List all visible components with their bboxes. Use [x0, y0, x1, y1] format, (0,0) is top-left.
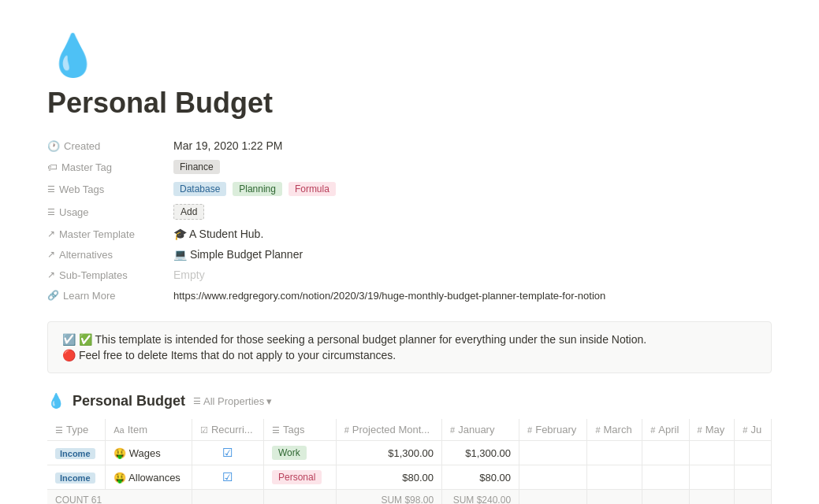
type-badge-income-2: Income [55, 472, 95, 484]
footer-apr [642, 490, 689, 504]
table-row[interactable]: Income 🤑 Allowances ☑ Personal $80.00 $8… [47, 465, 772, 490]
work-tag-1[interactable]: Work [272, 446, 307, 460]
created-label: Created [64, 140, 100, 152]
arrow-icon-master-template: ↗ [47, 228, 55, 239]
prop-label-sub-templates: ↗ Sub-Templates [47, 269, 173, 281]
hash-col-icon-jan: # [450, 425, 455, 435]
hash-col-icon-feb: # [527, 425, 532, 435]
all-properties-button[interactable]: ☰ All Properties ▾ [193, 395, 272, 407]
alternatives-value[interactable]: 💻 Simple Budget Planner [173, 248, 303, 261]
col-january: #January [442, 419, 519, 441]
formula-tag[interactable]: Formula [289, 182, 336, 196]
learn-more-label: Learn More [63, 290, 115, 302]
web-tags-label: Web Tags [59, 183, 104, 195]
cell-march-2 [587, 465, 642, 490]
cell-may-2 [689, 465, 735, 490]
col-tags: ☰Tags [263, 419, 336, 441]
prop-label-usage: ☰ Usage [47, 206, 173, 218]
checkbox-checked-1: ☑ [222, 446, 233, 459]
table-header-row: ☰Type AaItem ☑Recurri... ☰Tags #Projecte… [47, 419, 772, 441]
prop-label-master-template: ↗ Master Template [47, 228, 173, 240]
usage-label: Usage [59, 206, 89, 218]
add-tag[interactable]: Add [173, 204, 204, 220]
notice-line2: 🔴 Feel free to delete Items that do not … [62, 349, 757, 361]
hash-col-icon-ju: # [743, 425, 747, 435]
database-tag[interactable]: Database [173, 182, 226, 196]
planning-tag[interactable]: Planning [233, 182, 282, 196]
properties-section: 🕐 Created Mar 19, 2020 1:22 PM 🏷 Master … [47, 135, 772, 306]
cell-february-1 [519, 441, 587, 465]
prop-label-created: 🕐 Created [47, 140, 173, 152]
text-col-icon: Aa [114, 425, 124, 435]
sub-templates-value: Empty [173, 269, 205, 281]
created-value: Mar 19, 2020 1:22 PM [173, 139, 283, 152]
prop-label-web-tags: ☰ Web Tags [47, 183, 173, 195]
cell-recurring-1: ☑ [192, 441, 263, 465]
master-template-value[interactable]: 🎓 A Student Hub. [173, 228, 263, 240]
cell-projected-2: $80.00 [336, 465, 441, 490]
section-header: 💧 Personal Budget ☰ All Properties ▾ [47, 392, 772, 410]
list-icon-webtags: ☰ [47, 184, 55, 195]
prop-label-learn-more: 🔗 Learn More [47, 290, 173, 302]
cell-february-2 [519, 465, 587, 490]
table-row[interactable]: Income 🤑 Wages ☑ Work $1,300.00 $1,300.0… [47, 441, 772, 465]
property-usage: ☰ Usage Add [47, 200, 772, 224]
property-master-tag: 🏷 Master Tag Finance [47, 156, 772, 178]
cell-april-2 [642, 465, 689, 490]
notice-line1: ☑️ ✅ This template is intended for those… [62, 333, 757, 346]
budget-table: ☰Type AaItem ☑Recurri... ☰Tags #Projecte… [47, 419, 772, 504]
personal-tag-2[interactable]: Personal [272, 470, 322, 484]
master-tag-label: Master Tag [61, 161, 112, 173]
hash-col-icon-may: # [698, 425, 702, 435]
footer-feb [519, 490, 587, 504]
property-alternatives: ↗ Alternatives 💻 Simple Budget Planner [47, 244, 772, 265]
page-icon: 💧 [47, 32, 772, 80]
hash-col-icon-proj: # [344, 425, 349, 435]
clock-icon: 🕐 [47, 140, 60, 152]
section-title: Personal Budget [73, 393, 185, 410]
footer-count: COUNT 61 [47, 490, 192, 504]
cell-item-2[interactable]: 🤑 Allowances [106, 465, 192, 490]
list-col-icon: ☰ [55, 425, 63, 435]
property-learn-more: 🔗 Learn More https://www.redgregory.com/… [47, 285, 772, 306]
col-april: #April [642, 419, 689, 441]
property-web-tags: ☰ Web Tags Database Planning Formula [47, 178, 772, 200]
page-title: Personal Budget [47, 86, 772, 120]
footer-sum-january: SUM $240.00 [442, 490, 519, 504]
cell-tags-2: Personal [263, 465, 336, 490]
cell-may-1 [689, 441, 735, 465]
prop-label-master-tag: 🏷 Master Tag [47, 161, 173, 173]
hash-col-icon-apr: # [650, 425, 655, 435]
cell-ju-2 [735, 465, 772, 490]
col-projected: #Projected Mont... [336, 419, 441, 441]
notice-box: ☑️ ✅ This template is intended for those… [47, 321, 772, 373]
type-badge-income-1: Income [55, 448, 95, 459]
cell-april-1 [642, 441, 689, 465]
col-recurring: ☑Recurri... [192, 419, 263, 441]
cell-item-1[interactable]: 🤑 Wages [106, 441, 192, 465]
all-props-label: All Properties [203, 395, 264, 407]
col-item: AaItem [106, 419, 192, 441]
col-may: #May [689, 419, 735, 441]
chevron-icon: ▾ [266, 395, 272, 407]
learn-more-value[interactable]: https://www.redgregory.com/notion/2020/3… [173, 289, 605, 302]
section-icon: 💧 [47, 392, 65, 410]
list-col-icon-tags: ☰ [272, 425, 280, 435]
usage-value: Add [173, 204, 207, 220]
learn-more-link[interactable]: https://www.redgregory.com/notion/2020/3… [173, 290, 605, 302]
prop-label-alternatives: ↗ Alternatives [47, 249, 173, 261]
col-february: #February [519, 419, 587, 441]
cell-tags-1: Work [263, 441, 336, 465]
cell-recurring-2: ☑ [192, 465, 263, 490]
arrow-icon-sub-templates: ↗ [47, 269, 55, 280]
property-sub-templates: ↗ Sub-Templates Empty [47, 265, 772, 285]
hash-col-icon-mar: # [595, 425, 600, 435]
footer-empty-2 [263, 490, 336, 504]
finance-tag[interactable]: Finance [173, 160, 220, 174]
footer-mar [587, 490, 642, 504]
cell-projected-1: $1,300.00 [336, 441, 441, 465]
check-col-icon: ☑ [200, 425, 208, 435]
property-created: 🕐 Created Mar 19, 2020 1:22 PM [47, 135, 772, 156]
alternatives-label: Alternatives [59, 249, 113, 261]
property-master-template: ↗ Master Template 🎓 A Student Hub. [47, 224, 772, 244]
